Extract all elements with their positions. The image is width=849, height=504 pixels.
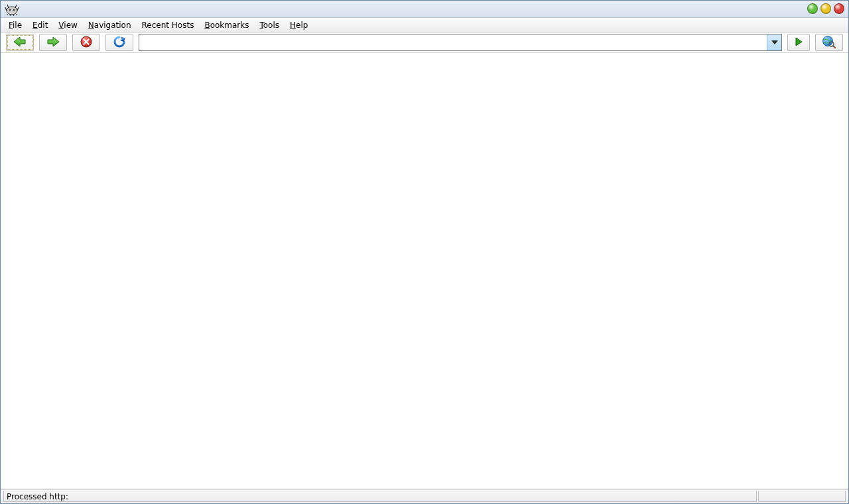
close-button[interactable] (834, 3, 844, 14)
menu-view[interactable]: View (54, 19, 81, 31)
menu-help[interactable]: Help (286, 19, 312, 31)
svg-point-2 (13, 9, 15, 10)
menu-tools[interactable]: Tools (255, 19, 283, 31)
status-text: Processed http: (3, 491, 757, 502)
menu-edit[interactable]: Edit (29, 19, 52, 31)
arrow-right-icon (46, 36, 60, 50)
status-progress (758, 491, 846, 502)
play-icon (794, 37, 803, 48)
minimize-button[interactable] (807, 3, 818, 14)
statusbar: Processed http: (1, 489, 848, 503)
globe-search-icon (822, 35, 836, 50)
app-icon (5, 3, 19, 16)
menu-recent-hosts[interactable]: Recent Hosts (138, 19, 198, 31)
content-area (1, 52, 848, 489)
address-dropdown-button[interactable] (767, 34, 781, 50)
svg-point-4 (823, 36, 833, 46)
go-button[interactable] (787, 34, 810, 51)
maximize-button[interactable] (820, 3, 831, 14)
status-label: Processed http: (7, 492, 68, 501)
toolbar (1, 32, 848, 52)
stop-button[interactable] (72, 34, 100, 51)
search-button[interactable] (815, 34, 843, 51)
reload-icon (113, 35, 126, 50)
address-bar (139, 34, 782, 51)
svg-point-1 (9, 9, 11, 10)
svg-point-7 (834, 47, 836, 48)
arrow-left-icon (13, 36, 27, 50)
forward-button[interactable] (39, 34, 67, 51)
back-button[interactable] (6, 34, 34, 51)
window-controls (807, 3, 844, 14)
menubar: File Edit View Navigation Recent Hosts B… (1, 18, 848, 32)
chevron-down-icon (771, 40, 778, 44)
app-window: File Edit View Navigation Recent Hosts B… (0, 0, 849, 504)
menu-bookmarks[interactable]: Bookmarks (200, 19, 253, 31)
address-input[interactable] (139, 34, 767, 50)
menu-file[interactable]: File (5, 19, 26, 31)
menu-navigation[interactable]: Navigation (84, 19, 135, 31)
reload-button[interactable] (105, 34, 133, 51)
titlebar (1, 1, 848, 18)
stop-icon (80, 35, 93, 50)
